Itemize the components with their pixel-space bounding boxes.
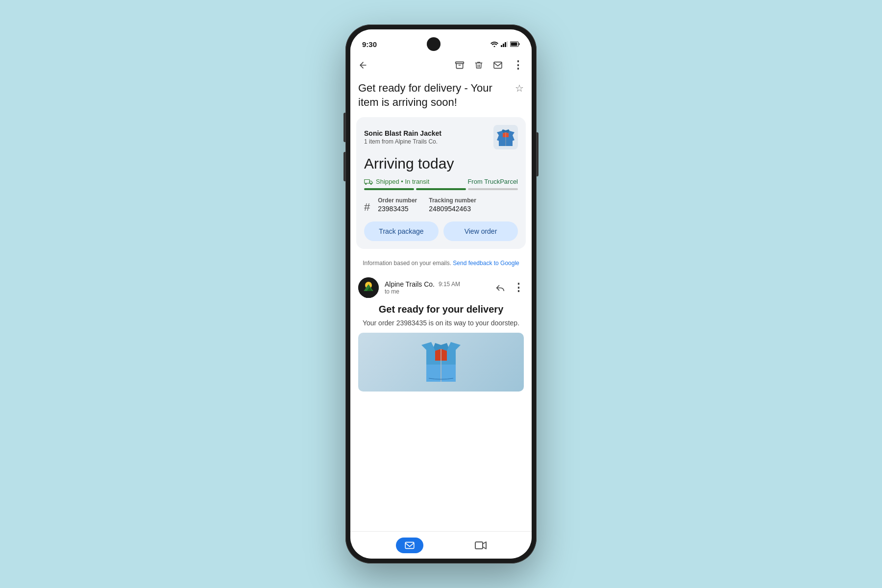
- nav-mail-pill[interactable]: [396, 538, 423, 553]
- svg-rect-1: [501, 45, 502, 47]
- tracking-number-field: Tracking number 24809542463: [429, 197, 476, 214]
- product-image: [493, 125, 518, 149]
- nav-video[interactable]: [475, 541, 487, 550]
- svg-point-0: [494, 46, 495, 48]
- sender-left: Alpine Trails Co. 9:15 AM to me: [358, 277, 460, 298]
- sender-avatar: [358, 277, 379, 298]
- email-body-title: Get ready for your delivery: [358, 304, 524, 315]
- svg-rect-20: [475, 542, 483, 549]
- sender-time: 9:15 AM: [439, 281, 460, 288]
- svg-point-12: [370, 183, 372, 185]
- svg-rect-4: [507, 41, 508, 47]
- track-package-button[interactable]: Track package: [364, 221, 439, 241]
- toolbar-left: [358, 60, 368, 70]
- order-number-field: Order number 23983435: [378, 197, 417, 214]
- tracking-number-value: 24809542463: [429, 205, 476, 213]
- svg-rect-2: [503, 44, 504, 47]
- email-sender-row: Alpine Trails Co. 9:15 AM to me ⋮: [350, 271, 532, 304]
- feedback-link[interactable]: Send feedback to Google: [453, 260, 519, 267]
- transit-label: Shipped • In transit: [376, 178, 429, 185]
- phone-screen: 9:30: [350, 29, 532, 559]
- svg-rect-8: [456, 62, 464, 63]
- truck-icon: [364, 178, 373, 185]
- jacket-photo-svg: [416, 335, 466, 389]
- battery-icon: [510, 41, 520, 47]
- sender-name: Alpine Trails Co.: [385, 280, 435, 288]
- feedback-text: Information based on your emails.: [363, 260, 451, 267]
- toolbar-right: ⋮: [455, 59, 524, 72]
- order-number-value: 23983435: [378, 205, 417, 213]
- jacket-image-svg: [495, 126, 516, 148]
- product-subtitle: 1 item from Alpine Trails Co.: [364, 138, 441, 145]
- transit-left: Shipped • In transit: [364, 178, 429, 185]
- progress-segment-3: [468, 188, 518, 190]
- tracking-card: Sonic Blast Rain Jacket 1 item from Alpi…: [356, 117, 526, 249]
- progress-segment-2: [416, 188, 466, 190]
- email-subject-text: Get ready for delivery - Your item is ar…: [358, 81, 511, 109]
- order-details: # Order number 23983435 Tracking number …: [364, 197, 518, 214]
- camera-notch: [427, 37, 441, 51]
- star-button[interactable]: ☆: [515, 81, 524, 94]
- reply-button[interactable]: [495, 282, 505, 294]
- sender-info: Alpine Trails Co. 9:15 AM to me: [385, 280, 460, 295]
- wifi-icon: [490, 41, 498, 47]
- more-button[interactable]: ⋮: [513, 59, 524, 72]
- svg-rect-3: [505, 42, 506, 47]
- product-header: Sonic Blast Rain Jacket 1 item from Alpi…: [364, 125, 518, 149]
- email-toolbar: ⋮: [350, 53, 532, 77]
- carrier-label: From TruckParcel: [467, 178, 518, 185]
- jacket-photo: [358, 333, 524, 392]
- sender-to: to me: [385, 288, 460, 295]
- sender-name-row: Alpine Trails Co. 9:15 AM: [385, 280, 460, 288]
- bottom-nav: [350, 531, 532, 559]
- status-bar: 9:30: [350, 29, 532, 53]
- email-subject-area: Get ready for delivery - Your item is ar…: [350, 77, 532, 117]
- order-number-label: Order number: [378, 197, 417, 204]
- action-buttons: Track package View order: [364, 221, 518, 241]
- arriving-text: Arriving today: [364, 155, 518, 172]
- product-info: Sonic Blast Rain Jacket 1 item from Alpi…: [364, 129, 441, 145]
- email-body-text: Your order 23983435 is on its way to you…: [358, 319, 524, 327]
- progress-bar: [364, 188, 518, 190]
- order-fields: Order number 23983435 Tracking number 24…: [378, 197, 518, 214]
- svg-rect-17: [358, 291, 379, 298]
- phone-device: 9:30: [345, 24, 537, 564]
- trash-button[interactable]: [474, 60, 483, 70]
- transit-status: Shipped • In transit From TruckParcel: [364, 178, 518, 185]
- nav-mail[interactable]: [396, 538, 423, 553]
- svg-rect-7: [511, 43, 517, 46]
- progress-segment-1: [364, 188, 414, 190]
- nav-mail-icon: [405, 541, 415, 549]
- hash-symbol: #: [364, 197, 370, 214]
- mail-button[interactable]: [493, 61, 503, 69]
- archive-button[interactable]: [455, 60, 465, 70]
- svg-rect-19: [405, 542, 414, 548]
- email-body: Get ready for your delivery Your order 2…: [350, 304, 532, 399]
- svg-rect-9: [494, 62, 502, 69]
- view-order-button[interactable]: View order: [443, 221, 518, 241]
- signal-icon: [501, 41, 508, 47]
- tracking-number-label: Tracking number: [429, 197, 476, 204]
- status-time: 9:30: [362, 40, 377, 49]
- email-content[interactable]: Sonic Blast Rain Jacket 1 item from Alpi…: [350, 117, 532, 531]
- feedback-line: Information based on your emails. Send f…: [350, 255, 532, 271]
- sender-right: ⋮: [495, 281, 524, 294]
- back-button[interactable]: [358, 60, 368, 70]
- status-icons: [490, 41, 520, 47]
- svg-rect-6: [519, 43, 520, 45]
- email-more-button[interactable]: ⋮: [513, 281, 524, 294]
- sender-avatar-svg: [358, 277, 379, 298]
- product-name: Sonic Blast Rain Jacket: [364, 129, 441, 137]
- nav-video-icon: [475, 541, 487, 550]
- svg-point-11: [365, 183, 367, 185]
